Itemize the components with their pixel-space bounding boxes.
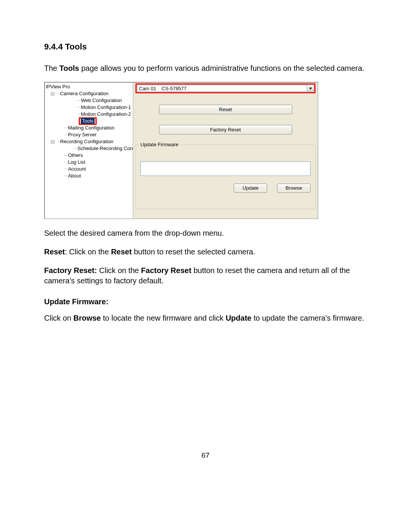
tree-item-motion2[interactable]: ······ Motion Configuration-2 (46, 111, 133, 118)
svg-marker-0 (309, 88, 312, 89)
text: to locate the new firmware and click (101, 314, 226, 322)
update-button[interactable]: Update (234, 184, 267, 193)
screenshot-container: IPView Pro − ····· Camera Configuration … (44, 82, 318, 219)
tree-root-item[interactable]: IPView Pro (46, 83, 133, 90)
tree-pane: IPView Pro − ····· Camera Configuration … (45, 83, 133, 219)
combo-cam: Cam 01 (139, 86, 156, 91)
tree-item-mailing[interactable]: ······ Mailing Configuration (46, 125, 133, 131)
text-bold: Reset (44, 248, 65, 256)
text: button to reset the selected camera. (132, 248, 255, 256)
expander-minus-icon[interactable]: − (51, 140, 54, 144)
tree-item-tools[interactable]: ··· Tools (46, 118, 133, 125)
select-line: Select the desired camera from the drop-… (44, 228, 367, 238)
tree-item-others[interactable]: ······ Others (46, 152, 133, 159)
update-firmware-subhead: Update Firmware: (44, 297, 367, 306)
tree-label: Camera Configuration (60, 90, 108, 97)
tree-label: Log List (68, 159, 86, 166)
text: Click on the (97, 266, 141, 275)
tree-item-account[interactable]: ······ Account (46, 166, 133, 173)
browse-button[interactable]: Browse (277, 184, 311, 193)
update-desc: Click on Browse to locate the new firmwa… (44, 313, 367, 323)
text-bold: Reset (111, 248, 132, 256)
tree-item-web-config[interactable]: ······ Web Configuration (46, 97, 133, 104)
tree-item-motion1[interactable]: ······ Motion Configuration-1 (46, 104, 133, 111)
text-bold: Factory Reset (141, 266, 191, 275)
groupbox-title: Update Firmware (139, 142, 180, 147)
text-bold: Factory Reset: (44, 266, 97, 275)
combo-model: CS-579577 (162, 86, 187, 91)
tree-item-camera-config[interactable]: − ····· Camera Configuration (46, 90, 133, 97)
text-bold: Browse (73, 314, 101, 322)
tree-label: Schedule-Recording Con (78, 145, 133, 152)
section-heading: 9.4.4 Tools (44, 42, 367, 52)
tree-item-loglist[interactable]: ······ Log List (46, 159, 133, 166)
section-title-text: Tools (65, 42, 87, 51)
tree-label: Motion Configuration-2 (81, 111, 131, 118)
tree-label: Web Configuration (81, 97, 122, 104)
tree-item-proxy[interactable]: ······ Proxy Server (46, 131, 133, 138)
selection-highlight: Tools (79, 117, 96, 125)
firmware-path-field[interactable] (140, 161, 311, 176)
tree-label-selected: Tools (81, 118, 94, 124)
right-pane: Cam 01 CS-579577 Reset Factory Reset Upd… (133, 83, 318, 219)
tree-item-recording[interactable]: − ····· Recording Configuration (46, 138, 133, 145)
chevron-down-icon (309, 88, 312, 89)
tree-label: About (68, 173, 81, 179)
text: Click on (44, 314, 73, 322)
camera-select-highlight: Cam 01 CS-579577 (135, 83, 315, 93)
factory-desc: Factory Reset: Click on the Factory Rese… (44, 265, 367, 286)
update-firmware-group: Update Firmware Update Browse (135, 144, 315, 209)
factory-reset-button[interactable]: Factory Reset (159, 125, 292, 134)
dropdown-button[interactable] (307, 85, 314, 92)
expander-minus-icon[interactable]: − (51, 92, 54, 96)
tree-label: Account (68, 166, 86, 173)
text-bold: Update (226, 314, 252, 322)
section-number: 9.4.4 (44, 42, 63, 51)
tree-label: Others (68, 152, 83, 159)
tree-item-schedule[interactable]: ······ Schedule-Recording Con (46, 145, 133, 152)
intro-bold: Tools (59, 64, 79, 72)
tree-label: Motion Configuration-1 (81, 104, 131, 111)
tree-label: Mailing Configuration (68, 125, 115, 131)
reset-button[interactable]: Reset (159, 105, 292, 114)
reset-desc: Reset: Click on the Reset button to rese… (44, 247, 367, 257)
text: : Click on the (65, 248, 111, 256)
intro-paragraph: The Tools page allows you to perform var… (44, 63, 367, 73)
camera-select[interactable]: Cam 01 CS-579577 (137, 85, 307, 92)
tree-label: Proxy Server (68, 131, 97, 138)
tree-label: Recording Configuration (60, 138, 113, 145)
tree-item-about[interactable]: ······ About (46, 173, 133, 179)
page-number: 67 (0, 451, 411, 460)
text: to update the camera's firmware. (252, 314, 364, 322)
tree-root-label: IPView Pro (46, 83, 70, 90)
